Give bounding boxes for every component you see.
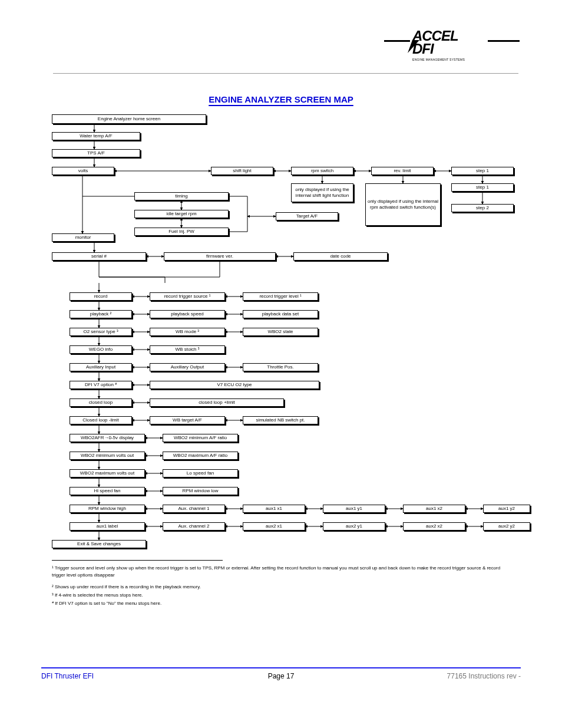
box-o2-type: O2 sensor type ³ [70, 328, 132, 336]
box-rpmswitch-info: only displayed if using the internal rpm… [365, 183, 441, 226]
footnote-4: ⁴ If DFI V7 option is set to "No" the me… [52, 600, 511, 607]
box-rev-step1: step 1 [451, 167, 514, 175]
box-pb-data: playback data set [243, 310, 318, 318]
box-home: Engine Analyzer home screen [52, 114, 206, 124]
box-wb-mode: WB mode ³ [150, 328, 225, 336]
box-rpm-hi: RPM window high [70, 505, 145, 513]
box-idle-target: idle target rpm [134, 210, 229, 218]
box-aux2: Aux. channel 2 [163, 522, 225, 531]
box-wbo2-max-af: WBO2 maximum A/F ratio [163, 452, 238, 460]
box-aux2x1: aux2 x1 [243, 522, 305, 531]
box-wbo2disp: WBO2AFR→0-5v display [70, 434, 145, 442]
box-nb-switch: simulated NB switch pt. [243, 416, 318, 424]
box-aux2x2: aux2 x2 [403, 522, 465, 531]
box-playback: playback ² [70, 310, 132, 318]
box-aux2y2: aux2 y2 [483, 522, 530, 531]
footnote-2: ² Shows up under record if there is a re… [52, 584, 511, 591]
box-aux1: Aux. channel 1 [163, 505, 225, 513]
box-aux-out: Auxiliary Output [150, 363, 225, 371]
box-aux1y1: aux1 y1 [323, 505, 385, 513]
box-wbo2-maxv: WBO2 maximum volts out [70, 469, 145, 477]
box-hi-fan: Hi speed fan [70, 487, 145, 495]
logo: ACCEL DFI ENGINE MANAGEMENT SYSTEMS [384, 28, 520, 66]
header-rule [53, 73, 518, 74]
logo-line2: DFI [412, 41, 434, 57]
box-aux1x2: aux1 x2 [403, 505, 465, 513]
box-water-af: Water temp A/F [52, 132, 140, 140]
page-title: ENGINE ANALYZER SCREEN MAP [0, 94, 562, 104]
box-rpm-lo: RPM window low [163, 487, 238, 495]
box-rev-step2: step 2 [451, 204, 514, 212]
box-shift-light: shift light [211, 167, 273, 175]
box-tps2: Throttle Pos. [243, 363, 318, 371]
box-date: date code [293, 252, 388, 261]
logo-sub: ENGINE MANAGEMENT SYSTEMS [412, 58, 465, 61]
footnote-1: ¹ Trigger source and level only show up … [52, 565, 511, 579]
footer-right: 77165 Instructions rev - [447, 672, 521, 680]
box-wbo2-state: WBO2 state [243, 328, 318, 336]
box-wbo2-min-af: WBO2 minimum A/F ratio [163, 434, 238, 442]
logo-text: ACCEL DFI [412, 29, 458, 55]
box-aux2y1: aux2 y1 [323, 522, 385, 531]
box-lo-fan: Lo speed fan [163, 469, 238, 477]
box-cl: closed loop [70, 398, 132, 407]
page-root: { "logo": { "line1": "ACCEL", "line2": "… [0, 0, 562, 728]
box-aux1x1: aux1 x1 [243, 505, 305, 513]
box-rev-limit: rev. limit [371, 167, 434, 175]
box-fuel-pw: Fuel Inj. PW [134, 228, 229, 236]
footnote-rule [52, 560, 223, 561]
box-aux1lbl: aux1 label [70, 522, 145, 531]
box-firmware: firmware ver. [164, 252, 276, 261]
box-timing: timing [134, 192, 229, 200]
box-exit: Exit & Save changes [52, 540, 146, 548]
box-record: record [70, 292, 132, 301]
box-serial: serial # [52, 252, 146, 261]
box-dfiv7: DFI V7 option ⁴ [70, 381, 132, 389]
box-rec-trig-lvl: record trigger level ¹ [243, 292, 318, 301]
box-wbo2-minv: WBO2 minimum volts out [70, 452, 145, 460]
box-v7-o2type: V7 ECU O2 type [150, 381, 319, 389]
box-rev-step1b: step 1 [451, 183, 514, 192]
footer-rule [41, 667, 521, 668]
box-wb-stoich: WB stoich ³ [150, 345, 225, 354]
footnote-3: ³ If 4-wire is selected the menus stops … [52, 592, 511, 599]
logo-rule-left [384, 40, 410, 42]
box-rpm-switch: rpm switch [291, 167, 353, 175]
box-aux1y2: aux1 y2 [483, 505, 530, 513]
box-monitor: monitor [52, 233, 114, 242]
box-shiftlight-info: only displayed if using the internal shi… [291, 183, 353, 202]
box-wb-target: WB target A/F [150, 416, 225, 424]
logo-rule-right [488, 40, 520, 42]
box-target-af: Target A/F [276, 212, 338, 220]
box-wego: WEGO info [70, 345, 132, 354]
box-tps-af: TPS A/F [52, 149, 140, 157]
box-volts: volts [52, 167, 114, 175]
box-pb-speed: playback speed [150, 310, 225, 318]
box-aux-in: Auxiliary Input [70, 363, 132, 371]
box-cl-neg: Closed loop -limit [70, 416, 132, 424]
box-rec-trig-src: record trigger source ¹ [150, 292, 225, 301]
box-cl-pos: closed loop +limit [150, 398, 284, 407]
